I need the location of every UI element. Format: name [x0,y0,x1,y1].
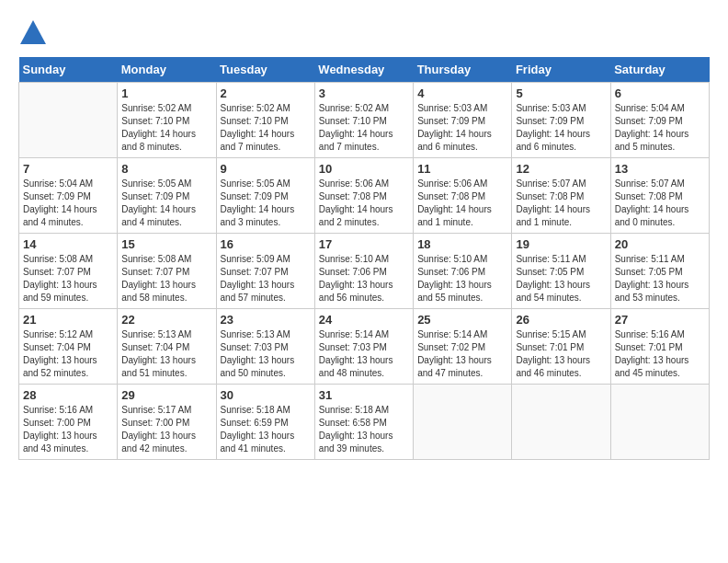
day-info: Sunrise: 5:15 AMSunset: 7:01 PMDaylight:… [516,328,606,380]
day-info: Sunrise: 5:02 AMSunset: 7:10 PMDaylight:… [319,102,409,154]
calendar-cell: 20Sunrise: 5:11 AMSunset: 7:05 PMDayligh… [610,234,709,309]
calendar-cell: 17Sunrise: 5:10 AMSunset: 7:06 PMDayligh… [314,234,413,309]
day-number: 22 [121,313,211,327]
day-number: 5 [516,86,606,100]
day-info: Sunrise: 5:08 AMSunset: 7:07 PMDaylight:… [121,253,211,304]
logo-icon [18,18,48,48]
calendar-table: SundayMondayTuesdayWednesdayThursdayFrid… [18,57,710,460]
day-info: Sunrise: 5:04 AMSunset: 7:09 PMDaylight:… [615,102,705,154]
day-number: 16 [221,237,311,251]
day-of-week-header: Friday [512,57,610,83]
calendar-cell [512,385,610,460]
day-info: Sunrise: 5:06 AMSunset: 7:08 PMDaylight:… [417,178,507,229]
day-info: Sunrise: 5:16 AMSunset: 7:00 PMDaylight:… [23,404,113,455]
calendar-cell: 12Sunrise: 5:07 AMSunset: 7:08 PMDayligh… [512,158,610,234]
day-info: Sunrise: 5:10 AMSunset: 7:06 PMDaylight:… [417,253,507,304]
calendar-cell: 23Sunrise: 5:13 AMSunset: 7:03 PMDayligh… [216,309,314,385]
day-info: Sunrise: 5:10 AMSunset: 7:06 PMDaylight:… [319,253,409,304]
calendar-cell: 16Sunrise: 5:09 AMSunset: 7:07 PMDayligh… [216,234,314,309]
day-number: 9 [221,162,311,176]
day-number: 20 [615,237,705,251]
day-info: Sunrise: 5:09 AMSunset: 7:07 PMDaylight:… [221,253,311,304]
calendar-cell: 22Sunrise: 5:13 AMSunset: 7:04 PMDayligh… [118,309,216,385]
calendar-week-row: 1Sunrise: 5:02 AMSunset: 7:10 PMDaylight… [19,83,710,158]
day-number: 31 [319,388,409,402]
day-of-week-header: Thursday [414,57,512,83]
day-info: Sunrise: 5:13 AMSunset: 7:03 PMDaylight:… [221,328,311,380]
calendar-cell: 30Sunrise: 5:18 AMSunset: 6:59 PMDayligh… [216,385,314,460]
day-number: 10 [319,162,409,176]
calendar-cell: 8Sunrise: 5:05 AMSunset: 7:09 PMDaylight… [118,158,216,234]
calendar-cell: 25Sunrise: 5:14 AMSunset: 7:02 PMDayligh… [414,309,512,385]
calendar-cell: 14Sunrise: 5:08 AMSunset: 7:07 PMDayligh… [19,234,118,309]
day-of-week-header: Sunday [19,57,118,83]
day-of-week-header: Tuesday [216,57,314,83]
day-number: 24 [319,313,409,327]
day-number: 17 [319,237,409,251]
day-info: Sunrise: 5:12 AMSunset: 7:04 PMDaylight:… [23,328,113,380]
day-info: Sunrise: 5:18 AMSunset: 6:59 PMDaylight:… [221,404,311,455]
day-number: 21 [23,313,113,327]
day-number: 11 [417,162,507,176]
calendar-cell: 11Sunrise: 5:06 AMSunset: 7:08 PMDayligh… [414,158,512,234]
day-info: Sunrise: 5:11 AMSunset: 7:05 PMDaylight:… [615,253,705,304]
day-number: 28 [23,388,113,402]
calendar-cell: 18Sunrise: 5:10 AMSunset: 7:06 PMDayligh… [414,234,512,309]
day-number: 14 [23,237,113,251]
calendar-cell: 4Sunrise: 5:03 AMSunset: 7:09 PMDaylight… [414,83,512,158]
calendar-cell: 27Sunrise: 5:16 AMSunset: 7:01 PMDayligh… [610,309,709,385]
calendar-cell: 29Sunrise: 5:17 AMSunset: 7:00 PMDayligh… [118,385,216,460]
day-number: 15 [121,237,211,251]
calendar-cell: 2Sunrise: 5:02 AMSunset: 7:10 PMDaylight… [216,83,314,158]
day-info: Sunrise: 5:03 AMSunset: 7:09 PMDaylight:… [417,102,507,154]
day-info: Sunrise: 5:05 AMSunset: 7:09 PMDaylight:… [121,178,211,229]
day-number: 7 [23,162,113,176]
day-info: Sunrise: 5:18 AMSunset: 6:58 PMDaylight:… [319,404,409,455]
day-info: Sunrise: 5:17 AMSunset: 7:00 PMDaylight:… [121,404,211,455]
calendar-cell: 7Sunrise: 5:04 AMSunset: 7:09 PMDaylight… [19,158,118,234]
calendar-cell [414,385,512,460]
svg-marker-0 [20,20,46,44]
day-number: 30 [221,388,311,402]
calendar-cell: 26Sunrise: 5:15 AMSunset: 7:01 PMDayligh… [512,309,610,385]
calendar-cell: 24Sunrise: 5:14 AMSunset: 7:03 PMDayligh… [314,309,413,385]
calendar-cell: 1Sunrise: 5:02 AMSunset: 7:10 PMDaylight… [118,83,216,158]
calendar-cell: 6Sunrise: 5:04 AMSunset: 7:09 PMDaylight… [610,83,709,158]
day-number: 1 [121,86,211,100]
calendar-week-row: 28Sunrise: 5:16 AMSunset: 7:00 PMDayligh… [19,385,710,460]
day-info: Sunrise: 5:14 AMSunset: 7:02 PMDaylight:… [417,328,507,380]
calendar-cell: 3Sunrise: 5:02 AMSunset: 7:10 PMDaylight… [314,83,413,158]
day-number: 12 [516,162,606,176]
day-of-week-header: Monday [118,57,216,83]
day-info: Sunrise: 5:07 AMSunset: 7:08 PMDaylight:… [516,178,606,229]
calendar-cell: 13Sunrise: 5:07 AMSunset: 7:08 PMDayligh… [610,158,709,234]
calendar-header-row: SundayMondayTuesdayWednesdayThursdayFrid… [19,57,710,83]
day-number: 25 [417,313,507,327]
day-info: Sunrise: 5:16 AMSunset: 7:01 PMDaylight:… [615,328,705,380]
day-info: Sunrise: 5:05 AMSunset: 7:09 PMDaylight:… [221,178,311,229]
calendar-cell: 19Sunrise: 5:11 AMSunset: 7:05 PMDayligh… [512,234,610,309]
day-number: 19 [516,237,606,251]
day-info: Sunrise: 5:04 AMSunset: 7:09 PMDaylight:… [23,178,113,229]
calendar-cell: 9Sunrise: 5:05 AMSunset: 7:09 PMDaylight… [216,158,314,234]
day-number: 2 [221,86,311,100]
day-info: Sunrise: 5:03 AMSunset: 7:09 PMDaylight:… [516,102,606,154]
day-number: 23 [221,313,311,327]
page-header [18,18,710,48]
calendar-cell: 5Sunrise: 5:03 AMSunset: 7:09 PMDaylight… [512,83,610,158]
day-number: 27 [615,313,705,327]
day-info: Sunrise: 5:08 AMSunset: 7:07 PMDaylight:… [23,253,113,304]
calendar-cell: 10Sunrise: 5:06 AMSunset: 7:08 PMDayligh… [314,158,413,234]
logo [18,18,51,48]
day-number: 6 [615,86,705,100]
calendar-week-row: 21Sunrise: 5:12 AMSunset: 7:04 PMDayligh… [19,309,710,385]
day-info: Sunrise: 5:02 AMSunset: 7:10 PMDaylight:… [221,102,311,154]
day-info: Sunrise: 5:14 AMSunset: 7:03 PMDaylight:… [319,328,409,380]
day-number: 18 [417,237,507,251]
calendar-cell: 15Sunrise: 5:08 AMSunset: 7:07 PMDayligh… [118,234,216,309]
day-of-week-header: Wednesday [314,57,413,83]
day-info: Sunrise: 5:06 AMSunset: 7:08 PMDaylight:… [319,178,409,229]
day-number: 26 [516,313,606,327]
calendar-cell [610,385,709,460]
day-number: 13 [615,162,705,176]
